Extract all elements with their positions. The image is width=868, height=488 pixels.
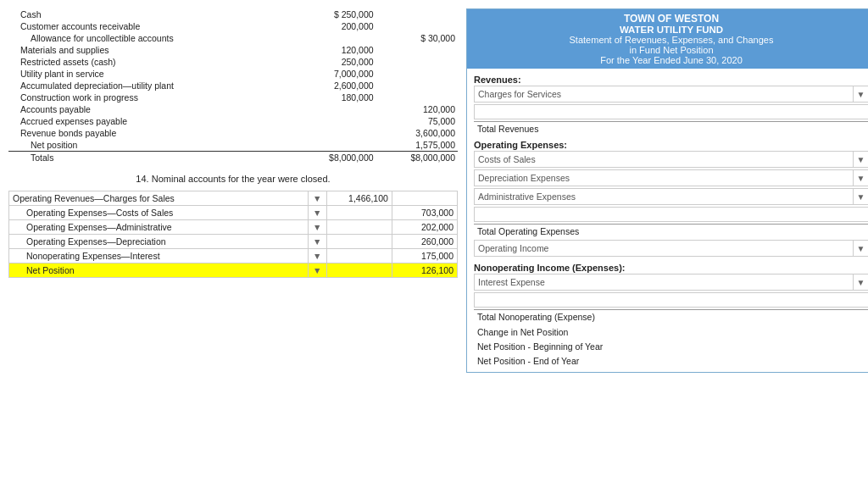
bs-row-label: Accrued expenses payable [8, 115, 294, 127]
bs-row-amount2: 3,600,000 [376, 127, 458, 139]
nominal-amount1 [326, 235, 392, 249]
nominal-title: 14. Nominal accounts for the year were c… [8, 174, 458, 184]
bs-row-amount1: 250,000 [294, 56, 376, 68]
nominal-row-0: Operating Revenues—Charges for Sales ▼ 1… [9, 191, 458, 206]
balance-sheet-table: Cash $ 250,000 Customer accounts receiva… [8, 8, 458, 164]
nominal-dropdown-arrow[interactable]: ▼ [308, 191, 326, 206]
bs-row-amount1: $ 250,000 [294, 8, 376, 20]
bs-row-amount1 [294, 127, 376, 139]
charges-for-services-dropdown[interactable]: ▼ [853, 86, 868, 102]
nominal-row-2: Operating Expenses—Administrative ▼ 202,… [9, 220, 458, 235]
statement-header: TOWN OF WESTON WATER UTILITY FUND Statem… [467, 9, 868, 69]
change-in-net-label: Change in Net Position [477, 327, 568, 337]
nominal-dropdown-arrow[interactable]: ▼ [308, 235, 326, 249]
bs-row-amount1 [294, 32, 376, 44]
statement-title3: Statement of Revenues, Expenses, and Cha… [469, 35, 868, 45]
statement-title4: in Fund Net Position [469, 45, 868, 55]
nominal-row-label: Operating Expenses—Administrative [9, 220, 309, 235]
nominal-dropdown-arrow[interactable]: ▼ [308, 263, 326, 278]
bs-total-col1: $8,000,000 [294, 152, 376, 164]
bs-totals-label: Totals [8, 152, 294, 164]
total-revenues-row: Total Revenues [474, 121, 868, 136]
total-nonoperating-row: Total Nonoperating (Expense) [474, 309, 868, 324]
costs-of-sales-dropdown[interactable]: ▼ [853, 152, 868, 167]
nominal-amount1 [326, 249, 392, 263]
administrative-expenses-dropdown[interactable]: ▼ [853, 189, 868, 204]
bs-row-label: Utility plant in service [8, 68, 294, 80]
bs-row-amount2 [376, 44, 458, 56]
interest-expense-label: Interest Expense [475, 276, 853, 288]
charges-empty-row [474, 104, 868, 119]
bs-row-amount2: 1,575,000 [376, 139, 458, 152]
nominal-row-3: Operating Expenses—Depreciation ▼ 260,00… [9, 235, 458, 249]
admin-empty-row [474, 207, 868, 222]
bs-row-amount2 [376, 68, 458, 80]
nonoperating-label: Nonoperating Income (Expenses): [474, 260, 868, 274]
bs-row-amount1: 2,600,000 [294, 80, 376, 92]
nominal-amount1 [326, 263, 392, 278]
nominal-row-5-highlight: Net Position ▼ 126,100 [9, 263, 458, 278]
bs-row-amount1: 7,000,000 [294, 68, 376, 80]
nominal-row-label: Nonoperating Expenses—Interest [9, 249, 309, 263]
nominal-amount2 [392, 191, 457, 206]
charges-for-services-row: Charges for Services ▼ [474, 86, 868, 103]
nominal-table: Operating Revenues—Charges for Sales ▼ 1… [8, 191, 458, 278]
bs-row-label: Accumulated depreciation—utility plant [8, 80, 294, 92]
costs-of-sales-label: Costs of Sales [475, 153, 853, 165]
nominal-dropdown-arrow[interactable]: ▼ [308, 206, 326, 220]
bs-row-amount2 [376, 92, 458, 103]
total-nonoperating-label: Total Nonoperating (Expense) [477, 312, 595, 322]
bs-row-label: Materials and supplies [8, 44, 294, 56]
operating-income-label: Operating Income [475, 242, 853, 254]
bs-total-col2: $8,000,000 [376, 152, 458, 164]
bs-row-amount1: 120,000 [294, 44, 376, 56]
depreciation-expenses-row: Depreciation Expenses ▼ [474, 169, 868, 186]
nominal-amount2: 175,000 [392, 249, 457, 263]
left-panel: Cash $ 250,000 Customer accounts receiva… [8, 8, 466, 480]
bs-row-amount2 [376, 80, 458, 92]
bs-row-amount2: $ 30,000 [376, 32, 458, 44]
bs-row-amount1: 200,000 [294, 20, 376, 32]
nominal-row-label: Operating Revenues—Charges for Sales [9, 191, 309, 206]
statement-body: Revenues: Charges for Services ▼ Total R… [467, 69, 868, 372]
bs-row-label: Cash [8, 8, 294, 20]
nominal-row-label: Operating Expenses—Depreciation [9, 235, 309, 249]
net-position-end-row: Net Position - End of Year [474, 354, 868, 368]
nominal-amount2: 260,000 [392, 235, 457, 249]
nominal-dropdown-arrow[interactable]: ▼ [308, 220, 326, 235]
nominal-dropdown-arrow[interactable]: ▼ [308, 249, 326, 263]
statement-title1: TOWN OF WESTON [469, 13, 868, 25]
revenues-label: Revenues: [474, 72, 868, 86]
bs-row-amount1: 180,000 [294, 92, 376, 103]
nominal-row-label: Operating Expenses—Costs of Sales [9, 206, 309, 220]
net-position-end-label: Net Position - End of Year [477, 356, 579, 366]
total-operating-expenses-row: Total Operating Expenses [474, 224, 868, 238]
nominal-row-4: Nonoperating Expenses—Interest ▼ 175,000 [9, 249, 458, 263]
bs-row-amount2 [376, 20, 458, 32]
operating-income-dropdown[interactable]: ▼ [853, 241, 868, 256]
nominal-amount1 [326, 220, 392, 235]
charges-for-services-label: Charges for Services [475, 88, 853, 100]
bs-row-label: Allowance for uncollectible accounts [8, 32, 294, 44]
statement-title5: For the Year Ended June 30, 2020 [469, 55, 868, 65]
bs-row-label: Restricted assets (cash) [8, 56, 294, 68]
bs-row-label: Revenue bonds payable [8, 127, 294, 139]
interest-expense-dropdown[interactable]: ▼ [853, 274, 868, 290]
nominal-amount2: 202,000 [392, 220, 457, 235]
statement-title2: WATER UTILITY FUND [469, 25, 868, 35]
depreciation-expenses-label: Depreciation Expenses [475, 172, 853, 184]
bs-row-amount1 [294, 139, 376, 152]
interest-expense-row: Interest Expense ▼ [474, 274, 868, 291]
bs-row-label: Net position [8, 139, 294, 152]
nominal-row-1: Operating Expenses—Costs of Sales ▼ 703,… [9, 206, 458, 220]
nominal-amount1 [326, 206, 392, 220]
bs-row-amount2 [376, 8, 458, 20]
depreciation-expenses-dropdown[interactable]: ▼ [853, 170, 868, 186]
bs-row-label: Customer accounts receivable [8, 20, 294, 32]
operating-expenses-label: Operating Expenses: [474, 137, 868, 151]
costs-of-sales-row: Costs of Sales ▼ [474, 151, 868, 168]
bs-row-amount2: 120,000 [376, 103, 458, 115]
change-in-net-row: Change in Net Position [474, 325, 868, 339]
total-operating-expenses-label: Total Operating Expenses [477, 226, 579, 236]
operating-income-row: Operating Income ▼ [474, 240, 868, 257]
